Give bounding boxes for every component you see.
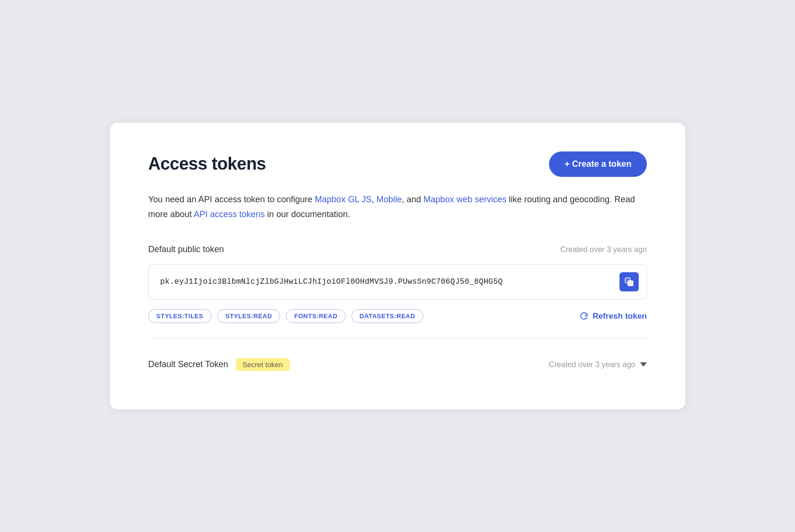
svg-rect-3 [625,278,631,283]
secret-token-created-text: Created over 3 years ago [549,360,635,369]
description-text: You need an API access token to configur… [148,192,647,221]
header-row: Access tokens + Create a token [148,151,647,177]
public-token-created: Created over 3 years ago [560,245,647,254]
public-token-header: Default public token Created over 3 year… [148,244,647,254]
secret-token-created-row: Created over 3 years ago [549,360,647,369]
secret-token-name: Default Secret Token [148,359,228,370]
scope-datasets-read: DATASETS:READ [351,309,423,323]
chevron-down-icon[interactable] [640,362,647,367]
section-divider [148,338,647,339]
api-access-tokens-link[interactable]: API access tokens [194,209,265,219]
scopes-list: STYLES:TILES STYLES:READ FONTS:READ DATA… [148,309,423,323]
copy-icon [624,277,634,287]
scope-fonts-read: FONTS:READ [286,309,345,323]
mobile-link[interactable]: Mobile [376,195,402,204]
public-token-box: pk.eyJ1Ijoic3BlbmNlcjZlbGJHwiLCJhIjoiOFl… [148,264,647,300]
main-card: Access tokens + Create a token You need … [110,123,685,409]
refresh-icon [579,312,589,321]
refresh-token-label: Refresh token [593,312,647,321]
scope-styles-tiles: STYLES:TILES [148,309,211,323]
mapbox-gl-js-link[interactable]: Mapbox GL JS [315,195,372,204]
mapbox-web-services-link[interactable]: Mapbox web services [423,195,506,204]
refresh-token-button[interactable]: Refresh token [579,312,647,321]
public-token-value: pk.eyJ1Ijoic3BlbmNlcjZlbGJHwiLCJhIjoiOFl… [160,278,503,286]
secret-token-badge: Secret token [236,358,290,371]
scope-styles-read: STYLES:READ [217,309,280,323]
copy-token-button[interactable] [620,272,639,291]
create-token-button[interactable]: + Create a token [549,151,647,177]
page-title: Access tokens [148,154,266,174]
scopes-row: STYLES:TILES STYLES:READ FONTS:READ DATA… [148,309,647,323]
secret-section-left: Default Secret Token Secret token [148,358,290,371]
public-token-name: Default public token [148,244,224,254]
secret-token-header: Default Secret Token Secret token Create… [148,358,647,371]
